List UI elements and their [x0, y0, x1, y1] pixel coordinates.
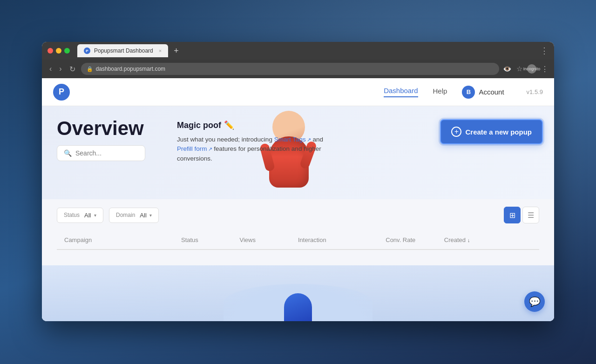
logo-letter: P	[59, 87, 64, 97]
app-navbar: P Dashboard Help B Account v1.5.9	[42, 78, 554, 106]
browser-options-icon[interactable]: ⋮	[541, 65, 549, 74]
plus-circle-icon: +	[451, 127, 461, 137]
address-text: dashboard.popupsmart.com	[96, 66, 165, 72]
hero-section: Overview 🔍 Magic poof	[42, 106, 554, 199]
tab-favicon: P	[84, 47, 90, 54]
lock-icon: 🔒	[87, 66, 93, 72]
browser-window: P Popupsmart Dashboard × + ⋮ ‹ › ↻ 🔒 das…	[42, 42, 554, 321]
table-section: Campaign Status Views Interaction Conv. …	[42, 231, 554, 250]
view-toggles: ⊞ ☰	[504, 207, 539, 223]
nav-links: Dashboard Help B Account v1.5.9	[384, 86, 543, 99]
th-interaction-label: Interaction	[298, 236, 326, 243]
table-header: Campaign Status Views Interaction Conv. …	[57, 231, 539, 250]
th-status: Status	[181, 236, 240, 243]
search-icon: 🔍	[64, 149, 72, 157]
app-content: P Dashboard Help B Account v1.5.9 Overvi…	[42, 78, 554, 321]
forward-button[interactable]: ›	[57, 64, 63, 74]
th-interaction: Interaction	[298, 236, 386, 243]
sort-icon: ↓	[467, 237, 470, 243]
announcement-title-text: Magic poof	[177, 121, 221, 130]
prefill-form-link[interactable]: Prefill form	[177, 144, 212, 154]
pencil-icon: ✏️	[224, 120, 234, 130]
grid-view-toggle[interactable]: ⊞	[504, 207, 521, 223]
th-campaign: Campaign	[64, 236, 181, 243]
smart-tags-link[interactable]: Smart Tags	[274, 135, 311, 144]
domain-chevron-icon: ▾	[149, 213, 152, 218]
nav-account[interactable]: B Account	[462, 86, 504, 99]
chat-icon: 💬	[529, 296, 541, 307]
account-initial: B	[467, 88, 471, 95]
th-conv-rate-label: Conv. Rate	[386, 236, 415, 243]
browser-right-icons: 👁️ ☆ Incognito ⋮	[503, 64, 549, 74]
chat-button[interactable]: 💬	[524, 291, 545, 312]
back-button[interactable]: ‹	[47, 64, 54, 74]
announcement-banner: Magic poof ✏️ Just what you needed; intr…	[177, 120, 354, 163]
page-title: Overview	[57, 117, 145, 140]
browser-titlebar: P Popupsmart Dashboard × + ⋮	[42, 42, 554, 60]
maximize-window-button[interactable]	[64, 48, 70, 54]
th-created[interactable]: Created ↓	[444, 236, 532, 243]
status-filter-label: Status	[64, 212, 80, 218]
decor-figure	[284, 293, 312, 321]
create-popup-button[interactable]: + Create a new popup	[440, 119, 543, 144]
th-created-label: Created	[444, 236, 466, 243]
list-view-toggle[interactable]: ☰	[522, 207, 539, 223]
status-filter[interactable]: Status All ▾	[57, 208, 103, 223]
account-label: Account	[479, 88, 504, 96]
active-tab[interactable]: P Popupsmart Dashboard ×	[77, 44, 168, 57]
app-logo: P	[53, 84, 70, 101]
th-views: Views	[240, 236, 298, 243]
search-input[interactable]	[75, 149, 138, 157]
search-box[interactable]: 🔍	[57, 145, 145, 161]
incognito-label: Incognito	[523, 67, 541, 71]
nav-version: v1.5.9	[527, 88, 543, 95]
filter-bar: Status All ▾ Domain All ▾ ⊞ ☰	[42, 199, 554, 231]
nav-help[interactable]: Help	[433, 87, 447, 97]
hero-left: Overview 🔍	[57, 117, 145, 161]
status-filter-value: All	[84, 212, 91, 219]
browser-controls: ‹ › ↻ 🔒 dashboard.popupsmart.com 👁️ ☆ In…	[42, 60, 554, 78]
announcement-body-start: Just what you needed; introducing	[177, 136, 274, 143]
announcement-title: Magic poof ✏️	[177, 120, 354, 130]
minimize-window-button[interactable]	[56, 48, 61, 54]
main-area: Overview 🔍 Magic poof	[42, 106, 554, 321]
th-status-label: Status	[181, 236, 198, 243]
announcement-body: Just what you needed; introducing Smart …	[177, 135, 354, 163]
traffic-lights	[47, 48, 70, 54]
plus-icon: +	[454, 128, 459, 136]
reload-button[interactable]: ↻	[68, 64, 77, 74]
decor-bg	[42, 265, 554, 321]
close-window-button[interactable]	[47, 48, 53, 54]
th-views-label: Views	[240, 236, 256, 243]
th-conv-rate: Conv. Rate	[386, 236, 444, 243]
browser-menu-icon[interactable]: ⋮	[540, 46, 549, 56]
nav-dashboard[interactable]: Dashboard	[384, 87, 418, 97]
tab-title: Popupsmart Dashboard	[94, 47, 153, 54]
tab-close-icon[interactable]: ×	[159, 48, 162, 54]
domain-filter-value: All	[140, 212, 146, 219]
domain-filter[interactable]: Domain All ▾	[109, 208, 159, 223]
address-bar[interactable]: 🔒 dashboard.popupsmart.com	[81, 63, 499, 75]
th-campaign-label: Campaign	[64, 236, 92, 243]
eye-off-icon: 👁️	[503, 65, 512, 73]
announcement-connector: and	[311, 136, 323, 143]
new-tab-button[interactable]: +	[171, 46, 182, 56]
account-avatar: B	[462, 86, 475, 99]
tab-bar: P Popupsmart Dashboard × +	[77, 44, 536, 57]
star-icon[interactable]: ☆	[516, 65, 522, 73]
status-chevron-icon: ▾	[94, 213, 96, 218]
bottom-decoration	[42, 265, 554, 321]
create-popup-label: Create a new popup	[465, 128, 532, 136]
incognito-avatar[interactable]: Incognito	[527, 64, 536, 74]
domain-filter-label: Domain	[116, 212, 135, 218]
